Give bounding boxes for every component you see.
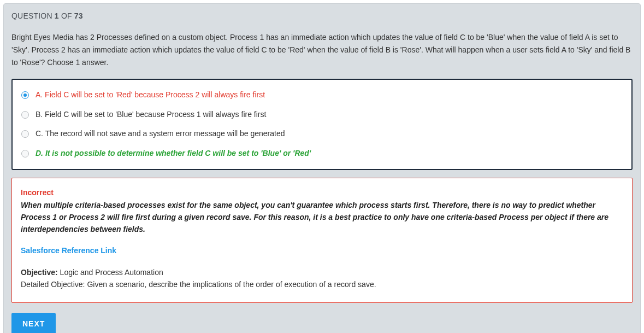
counter-mid: OF	[59, 11, 74, 20]
detailed-objective-label: Detailed Objective:	[21, 280, 85, 289]
footer: NEXT	[4, 313, 640, 333]
detailed-objective-value: Given a scenario, describe the implicati…	[85, 280, 376, 289]
detailed-objective-line: Detailed Objective: Given a scenario, de…	[21, 279, 623, 291]
objective-value: Logic and Process Automation	[58, 268, 163, 277]
next-button[interactable]: NEXT	[11, 313, 56, 333]
feedback-explanation: When multiple criteria-based processes e…	[21, 200, 623, 235]
counter-current: 1	[55, 11, 59, 20]
reference-link[interactable]: Salesforce Reference Link	[21, 245, 623, 257]
question-panel: QUESTION 1 OF 73 Bright Eyes Media has 2…	[3, 3, 641, 333]
feedback-status: Incorrect	[21, 187, 623, 199]
counter-prefix: QUESTION	[11, 11, 55, 20]
option-d-label: D. It is not possible to determine wheth…	[36, 148, 311, 159]
objective-label: Objective:	[21, 268, 58, 277]
option-b-label: B. Field C will be set to 'Blue' because…	[36, 109, 266, 120]
option-a-label: A. Field C will be set to 'Red' because …	[36, 90, 265, 101]
feedback-box: Incorrect When multiple criteria-based p…	[11, 178, 633, 303]
question-counter: QUESTION 1 OF 73	[4, 4, 640, 26]
option-c-label: C. The record will not save and a system…	[36, 128, 285, 139]
objective-line: Objective: Logic and Process Automation	[21, 267, 623, 279]
option-c[interactable]: C. The record will not save and a system…	[16, 124, 628, 144]
counter-total: 73	[74, 11, 83, 20]
radio-icon	[21, 150, 29, 157]
option-a[interactable]: A. Field C will be set to 'Red' because …	[16, 85, 628, 105]
question-text: Bright Eyes Media has 2 Processes define…	[4, 26, 640, 79]
option-b[interactable]: B. Field C will be set to 'Blue' because…	[16, 105, 628, 125]
answers-container: A. Field C will be set to 'Red' because …	[11, 79, 633, 170]
radio-icon	[21, 111, 29, 119]
radio-icon	[21, 91, 29, 99]
option-d[interactable]: D. It is not possible to determine wheth…	[16, 144, 628, 163]
radio-icon	[21, 130, 29, 138]
